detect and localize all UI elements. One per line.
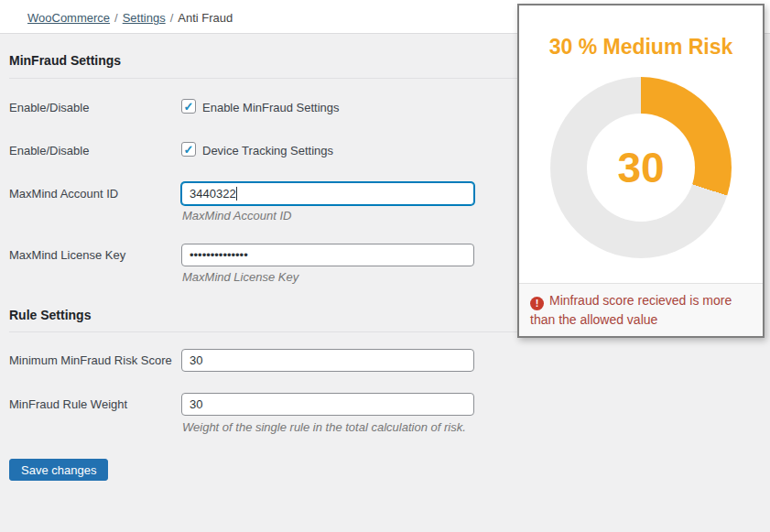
maxmind-license-key-label: MaxMind License Key [9, 248, 125, 262]
risk-title: 30 % Medium Risk [519, 35, 763, 60]
warning-text: Minfraud score recieved is more than the… [530, 293, 732, 327]
breadcrumb-current: Anti Fraud [178, 11, 233, 25]
rule-settings-heading: Rule Settings [9, 308, 91, 322]
check-icon: ✓ [184, 144, 194, 156]
maxmind-account-id-label: MaxMind Account ID [9, 187, 118, 201]
risk-donut-hole: 30 [587, 114, 695, 222]
enable-disable-label: Enable/Disable [9, 144, 89, 157]
minfraud-settings-heading: MinFraud Settings [9, 53, 121, 68]
maxmind-account-id-field-wrap [181, 182, 474, 205]
rule-weight-field-wrap [181, 393, 474, 416]
breadcrumb-separator: / [170, 11, 174, 25]
risk-donut: 30 [550, 77, 732, 258]
maxmind-license-key-input[interactable] [181, 244, 474, 266]
maxmind-license-key-field-wrap [181, 244, 474, 266]
breadcrumb-separator: / [114, 11, 118, 25]
rule-weight-input[interactable] [181, 393, 474, 416]
breadcrumb-link-settings[interactable]: Settings [123, 11, 166, 25]
rule-weight-label: MinFraud Rule Weight [9, 397, 127, 411]
warning-icon: ! [530, 297, 544, 310]
minimum-risk-score-label: Minimum MinFraud Risk Score [9, 353, 172, 367]
enable-minfraud-checkbox-label[interactable]: Enable MinFraud Settings [202, 101, 340, 114]
rule-weight-help: Weight of the single rule in the total c… [182, 420, 466, 434]
device-tracking-checkbox-label[interactable]: Device Tracking Settings [202, 144, 333, 157]
breadcrumb: WooCommerce/Settings/Anti Fraud [27, 11, 233, 25]
device-tracking-checkbox[interactable]: ✓ [181, 142, 196, 157]
maxmind-account-id-help: MaxMind Account ID [182, 209, 291, 223]
enable-minfraud-checkbox[interactable]: ✓ [181, 99, 196, 114]
maxmind-account-id-input[interactable] [181, 182, 474, 205]
page: WooCommerce/Settings/Anti Fraud MinFraud… [0, 0, 770, 532]
risk-warning-message: !Minfraud score recieved is more than th… [519, 283, 763, 336]
text-caret [236, 187, 237, 201]
minimum-risk-score-field-wrap [181, 349, 474, 372]
minimum-risk-score-input[interactable] [181, 349, 474, 372]
risk-result-panel: 30 % Medium Risk 30 !Minfraud score reci… [517, 4, 765, 338]
enable-disable-label: Enable/Disable [9, 101, 89, 114]
risk-score-value: 30 [617, 143, 664, 192]
breadcrumb-link-woocommerce[interactable]: WooCommerce [27, 11, 110, 25]
maxmind-license-key-help: MaxMind License Key [182, 270, 298, 284]
save-changes-button[interactable]: Save changes [9, 459, 108, 481]
check-icon: ✓ [184, 101, 194, 113]
